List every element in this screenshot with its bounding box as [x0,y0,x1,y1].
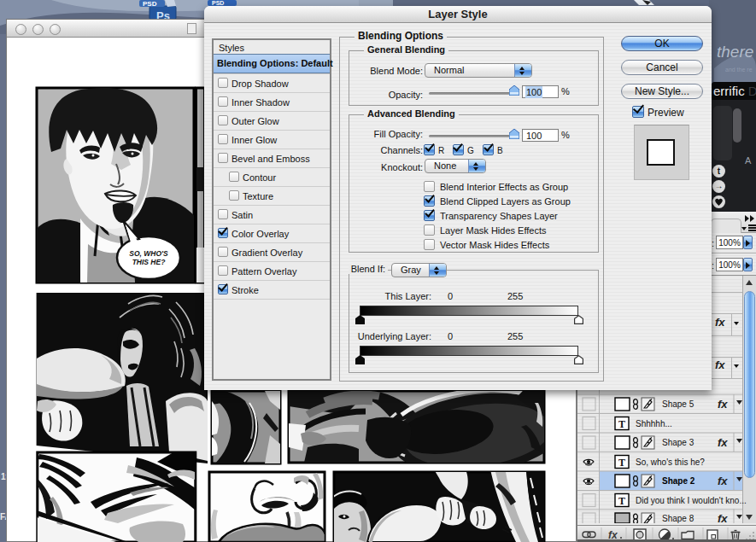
svg-text:Shape 8: Shape 8 [662,514,694,523]
svg-text:Shape 2: Shape 2 [662,476,695,486]
svg-text:Shape 3: Shape 3 [662,438,694,447]
svg-text:THIS HE?: THIS HE? [132,258,167,266]
svg-text:PSD: PSD [212,0,224,6]
svg-text:Did you think I wouldn't kno..: Did you think I wouldn't kno... [636,496,747,505]
svg-text:Shhhhh...: Shhhhh... [636,419,672,428]
svg-text:SO, WHO'S: SO, WHO'S [129,249,168,258]
svg-text:fx: fx [608,529,618,540]
svg-text:Shape 5: Shape 5 [662,399,694,409]
svg-text:PSD: PSD [143,0,157,8]
svg-text:So, who's this he?: So, who's this he? [636,457,705,467]
svg-text:there: there [717,43,753,61]
svg-text:and the re: and the re [725,67,753,73]
